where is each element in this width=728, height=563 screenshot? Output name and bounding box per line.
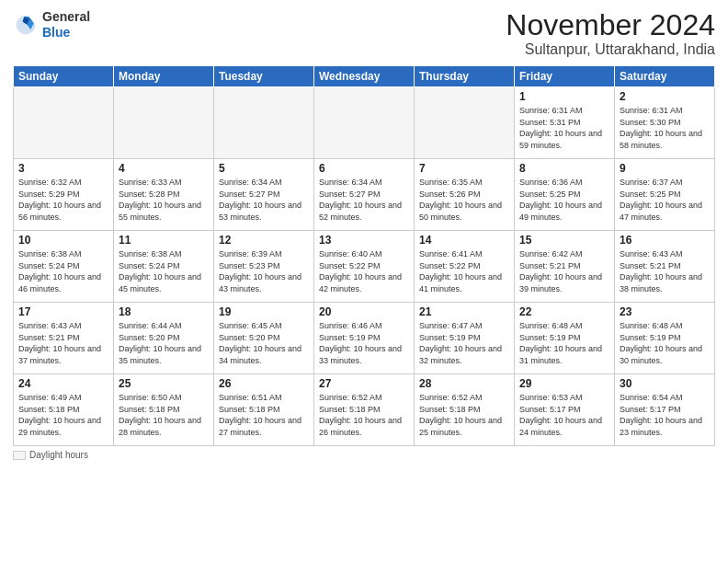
calendar-day-cell: 1Sunrise: 6:31 AM Sunset: 5:31 PM Daylig… — [515, 87, 615, 159]
calendar-day-cell — [214, 87, 314, 159]
calendar-week-row: 10Sunrise: 6:38 AM Sunset: 5:24 PM Dayli… — [14, 231, 715, 303]
calendar-day-cell: 28Sunrise: 6:52 AM Sunset: 5:18 PM Dayli… — [415, 374, 515, 446]
day-number: 13 — [319, 234, 409, 247]
calendar-day-cell: 10Sunrise: 6:38 AM Sunset: 5:24 PM Dayli… — [14, 231, 114, 303]
day-info: Sunrise: 6:49 AM Sunset: 5:18 PM Dayligh… — [18, 392, 108, 438]
calendar-day-cell: 2Sunrise: 6:31 AM Sunset: 5:30 PM Daylig… — [615, 87, 715, 159]
calendar-day-cell: 3Sunrise: 6:32 AM Sunset: 5:29 PM Daylig… — [14, 159, 114, 231]
calendar-day-cell: 12Sunrise: 6:39 AM Sunset: 5:23 PM Dayli… — [214, 231, 314, 303]
calendar-day-cell: 18Sunrise: 6:44 AM Sunset: 5:20 PM Dayli… — [114, 303, 214, 374]
day-info: Sunrise: 6:48 AM Sunset: 5:19 PM Dayligh… — [620, 320, 710, 366]
day-number: 24 — [18, 377, 108, 390]
day-number: 8 — [519, 162, 609, 175]
day-number: 12 — [219, 234, 309, 247]
day-info: Sunrise: 6:48 AM Sunset: 5:19 PM Dayligh… — [519, 320, 609, 366]
day-info: Sunrise: 6:44 AM Sunset: 5:20 PM Dayligh… — [119, 320, 209, 366]
location-title: Sultanpur, Uttarakhand, India — [506, 41, 715, 58]
calendar-day-cell: 25Sunrise: 6:50 AM Sunset: 5:18 PM Dayli… — [114, 374, 214, 446]
day-number: 16 — [620, 234, 710, 247]
day-info: Sunrise: 6:32 AM Sunset: 5:29 PM Dayligh… — [18, 177, 108, 223]
calendar-day-cell: 30Sunrise: 6:54 AM Sunset: 5:17 PM Dayli… — [615, 374, 715, 446]
day-number: 6 — [319, 162, 409, 175]
calendar-day-cell — [415, 87, 515, 159]
day-info: Sunrise: 6:37 AM Sunset: 5:25 PM Dayligh… — [620, 177, 710, 223]
day-number: 7 — [419, 162, 509, 175]
calendar-day-cell: 5Sunrise: 6:34 AM Sunset: 5:27 PM Daylig… — [214, 159, 314, 231]
calendar-day-cell: 7Sunrise: 6:35 AM Sunset: 5:26 PM Daylig… — [415, 159, 515, 231]
logo-icon — [13, 12, 39, 38]
calendar-day-cell — [114, 87, 214, 159]
legend-box — [13, 451, 26, 460]
day-info: Sunrise: 6:50 AM Sunset: 5:18 PM Dayligh… — [119, 392, 209, 438]
calendar-day-cell: 26Sunrise: 6:51 AM Sunset: 5:18 PM Dayli… — [214, 374, 314, 446]
header: General Blue November 2024 Sultanpur, Ut… — [13, 9, 715, 58]
calendar-week-row: 1Sunrise: 6:31 AM Sunset: 5:31 PM Daylig… — [14, 87, 715, 159]
day-number: 22 — [519, 305, 609, 318]
day-number: 20 — [319, 305, 409, 318]
day-info: Sunrise: 6:34 AM Sunset: 5:27 PM Dayligh… — [319, 177, 409, 223]
day-number: 25 — [119, 377, 209, 390]
calendar-day-header: Wednesday — [314, 66, 415, 87]
day-info: Sunrise: 6:36 AM Sunset: 5:25 PM Dayligh… — [519, 177, 609, 223]
day-number: 1 — [519, 90, 609, 103]
day-number: 10 — [18, 234, 108, 247]
day-info: Sunrise: 6:39 AM Sunset: 5:23 PM Dayligh… — [219, 248, 309, 294]
day-info: Sunrise: 6:52 AM Sunset: 5:18 PM Dayligh… — [419, 392, 509, 438]
calendar-day-cell: 17Sunrise: 6:43 AM Sunset: 5:21 PM Dayli… — [14, 303, 114, 374]
day-number: 26 — [219, 377, 309, 390]
title-block: November 2024 Sultanpur, Uttarakhand, In… — [506, 9, 715, 58]
calendar: SundayMondayTuesdayWednesdayThursdayFrid… — [13, 65, 715, 446]
calendar-day-cell: 8Sunrise: 6:36 AM Sunset: 5:25 PM Daylig… — [515, 159, 615, 231]
day-info: Sunrise: 6:42 AM Sunset: 5:21 PM Dayligh… — [519, 248, 609, 294]
day-number: 18 — [119, 305, 209, 318]
day-info: Sunrise: 6:38 AM Sunset: 5:24 PM Dayligh… — [18, 248, 108, 294]
day-info: Sunrise: 6:51 AM Sunset: 5:18 PM Dayligh… — [219, 392, 309, 438]
day-number: 14 — [419, 234, 509, 247]
day-info: Sunrise: 6:34 AM Sunset: 5:27 PM Dayligh… — [219, 177, 309, 223]
day-info: Sunrise: 6:54 AM Sunset: 5:17 PM Dayligh… — [620, 392, 710, 438]
calendar-day-cell: 6Sunrise: 6:34 AM Sunset: 5:27 PM Daylig… — [314, 159, 415, 231]
calendar-day-cell: 22Sunrise: 6:48 AM Sunset: 5:19 PM Dayli… — [515, 303, 615, 374]
calendar-day-header: Monday — [114, 66, 214, 87]
calendar-week-row: 17Sunrise: 6:43 AM Sunset: 5:21 PM Dayli… — [14, 303, 715, 374]
day-number: 17 — [18, 305, 108, 318]
calendar-day-cell: 4Sunrise: 6:33 AM Sunset: 5:28 PM Daylig… — [114, 159, 214, 231]
calendar-day-cell: 9Sunrise: 6:37 AM Sunset: 5:25 PM Daylig… — [615, 159, 715, 231]
calendar-day-cell: 19Sunrise: 6:45 AM Sunset: 5:20 PM Dayli… — [214, 303, 314, 374]
day-number: 29 — [519, 377, 609, 390]
page: General Blue November 2024 Sultanpur, Ut… — [0, 0, 728, 563]
logo-blue: Blue — [42, 25, 70, 40]
calendar-day-cell: 14Sunrise: 6:41 AM Sunset: 5:22 PM Dayli… — [415, 231, 515, 303]
day-info: Sunrise: 6:43 AM Sunset: 5:21 PM Dayligh… — [620, 248, 710, 294]
calendar-week-row: 3Sunrise: 6:32 AM Sunset: 5:29 PM Daylig… — [14, 159, 715, 231]
day-number: 19 — [219, 305, 309, 318]
calendar-header-row: SundayMondayTuesdayWednesdayThursdayFrid… — [14, 66, 715, 87]
calendar-day-cell — [314, 87, 415, 159]
day-number: 9 — [620, 162, 710, 175]
day-info: Sunrise: 6:31 AM Sunset: 5:30 PM Dayligh… — [620, 105, 710, 151]
day-number: 3 — [18, 162, 108, 175]
logo: General Blue — [13, 9, 90, 40]
calendar-day-cell: 11Sunrise: 6:38 AM Sunset: 5:24 PM Dayli… — [114, 231, 214, 303]
calendar-day-cell — [14, 87, 114, 159]
day-number: 5 — [219, 162, 309, 175]
day-info: Sunrise: 6:46 AM Sunset: 5:19 PM Dayligh… — [319, 320, 409, 366]
calendar-day-cell: 13Sunrise: 6:40 AM Sunset: 5:22 PM Dayli… — [314, 231, 415, 303]
day-info: Sunrise: 6:41 AM Sunset: 5:22 PM Dayligh… — [419, 248, 509, 294]
calendar-day-cell: 15Sunrise: 6:42 AM Sunset: 5:21 PM Dayli… — [515, 231, 615, 303]
day-number: 11 — [119, 234, 209, 247]
calendar-week-row: 24Sunrise: 6:49 AM Sunset: 5:18 PM Dayli… — [14, 374, 715, 446]
logo-general: General — [42, 9, 90, 24]
day-number: 23 — [620, 305, 710, 318]
logo-text: General Blue — [42, 9, 90, 40]
calendar-day-cell: 21Sunrise: 6:47 AM Sunset: 5:19 PM Dayli… — [415, 303, 515, 374]
calendar-day-cell: 20Sunrise: 6:46 AM Sunset: 5:19 PM Dayli… — [314, 303, 415, 374]
day-info: Sunrise: 6:47 AM Sunset: 5:19 PM Dayligh… — [419, 320, 509, 366]
day-number: 28 — [419, 377, 509, 390]
calendar-day-cell: 29Sunrise: 6:53 AM Sunset: 5:17 PM Dayli… — [515, 374, 615, 446]
day-info: Sunrise: 6:38 AM Sunset: 5:24 PM Dayligh… — [119, 248, 209, 294]
calendar-day-cell: 27Sunrise: 6:52 AM Sunset: 5:18 PM Dayli… — [314, 374, 415, 446]
daylight-legend-label: Daylight hours — [29, 450, 88, 460]
day-number: 15 — [519, 234, 609, 247]
calendar-day-header: Thursday — [415, 66, 515, 87]
